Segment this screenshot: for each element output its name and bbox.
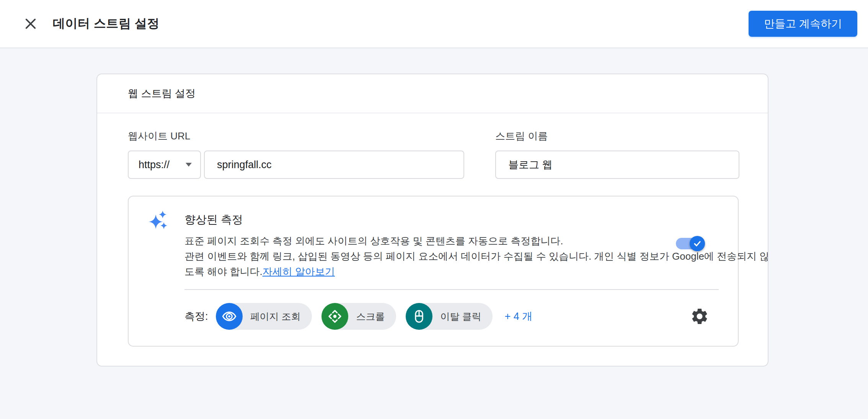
description-line-3: 도록 해야 합니다.자세히 알아보기 (184, 264, 738, 279)
learn-more-link[interactable]: 자세히 알아보기 (263, 266, 335, 277)
chip-label: 이탈 클릭 (440, 310, 481, 323)
mouse-icon (406, 303, 432, 330)
more-events-link[interactable]: + 4 개 (504, 309, 532, 323)
eye-icon (216, 303, 243, 330)
chip-label: 페이지 조회 (250, 310, 301, 323)
enhanced-measurement-toggle[interactable] (676, 238, 704, 249)
close-button[interactable] (20, 13, 41, 34)
stream-name-label: 스트림 이름 (495, 129, 739, 143)
checkmark-icon (693, 239, 702, 248)
gear-icon (690, 307, 709, 326)
web-stream-settings-card: 웹 스트림 설정 웹사이트 URL https:// 스트림 이름 (96, 74, 768, 367)
description-line-2: 관련 이벤트와 함께 링크, 삽입된 동영상 등의 페이지 요소에서 데이터가 … (184, 249, 738, 264)
website-url-input[interactable] (204, 151, 464, 179)
measurement-settings-button[interactable] (689, 306, 710, 327)
protocol-select[interactable]: https:// (128, 151, 201, 179)
description-line-1: 표준 페이지 조회수 측정 외에도 사이트의 상호작용 및 콘텐츠를 자동으로 … (184, 233, 738, 249)
website-url-label: 웹사이트 URL (128, 129, 464, 143)
panel-divider (184, 289, 719, 290)
chevron-down-icon (186, 163, 192, 167)
enhanced-measurement-panel: 향상된 측정 표준 페이지 조회수 측정 외에도 사이트의 상호작용 및 콘텐츠… (128, 196, 739, 347)
enhanced-measurement-description: 표준 페이지 조회수 측정 외에도 사이트의 상호작용 및 콘텐츠를 자동으로 … (184, 233, 738, 279)
chip-page-views[interactable]: 페이지 조회 (216, 303, 312, 330)
measuring-label: 측정: (184, 309, 208, 323)
scroll-icon (321, 303, 348, 330)
chip-label: 스크롤 (356, 310, 385, 323)
card-section-title: 웹 스트림 설정 (97, 74, 768, 113)
page-title: 데이터 스트림 설정 (53, 15, 160, 32)
chip-outbound-clicks[interactable]: 이탈 클릭 (406, 303, 493, 330)
sparkle-icon (148, 210, 168, 230)
dialog-header: 데이터 스트림 설정 만들고 계속하기 (0, 0, 868, 48)
protocol-value: https:// (139, 159, 170, 171)
website-url-group: 웹사이트 URL https:// (128, 129, 464, 179)
create-and-continue-button[interactable]: 만들고 계속하기 (749, 11, 857, 37)
enhanced-measurement-title: 향상된 측정 (184, 212, 243, 228)
stream-name-input[interactable] (495, 151, 739, 179)
stream-name-group: 스트림 이름 (495, 129, 739, 179)
chip-scrolls[interactable]: 스크롤 (321, 303, 396, 330)
close-icon (24, 17, 37, 30)
toggle-thumb (690, 236, 705, 251)
